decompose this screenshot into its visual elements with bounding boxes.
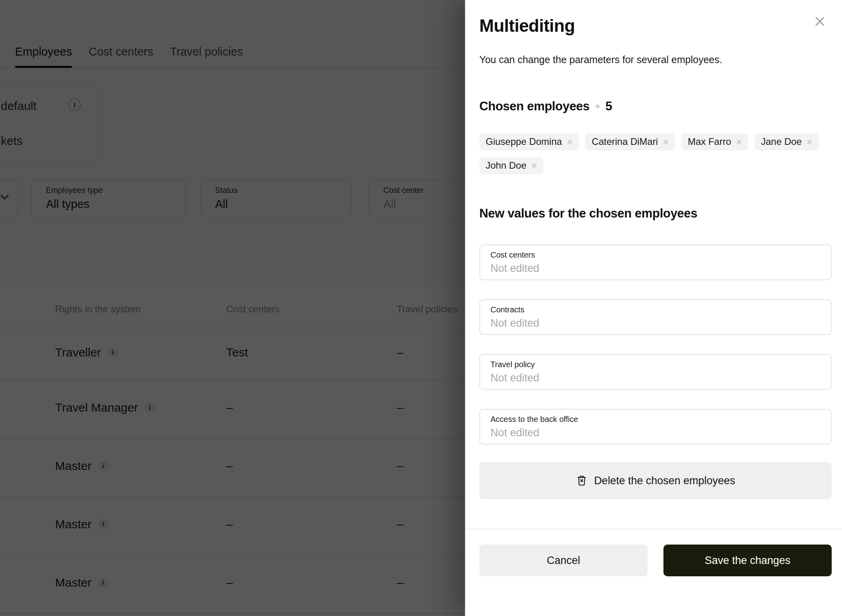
remove-chip-icon[interactable]: × [531,160,537,171]
chosen-employees-count: 5 [606,99,612,114]
multiediting-panel: Multiediting You can change the paramete… [465,0,842,616]
remove-chip-icon[interactable]: × [807,137,813,147]
employee-chip[interactable]: Giuseppe Domina× [479,133,579,150]
trash-icon [576,475,588,487]
field-label: Cost centers [490,250,535,260]
employee-chip-label: Max Farro [688,136,731,147]
chosen-employees-label: Chosen employees [479,99,590,114]
field-value: Not edited [490,372,539,384]
remove-chip-icon[interactable]: × [736,137,742,147]
travel-policy-field[interactable]: Travel policy Not edited [479,354,832,390]
field-value: Not edited [490,262,539,275]
chosen-employees-heading: Chosen employees 5 [479,99,612,114]
screen: Employees Cost centers Travel policies d… [0,0,842,616]
employee-chip-label: John Doe [486,160,527,171]
cost-centers-field[interactable]: Cost centers Not edited [479,244,832,280]
remove-chip-icon[interactable]: × [567,137,573,147]
employee-chip[interactable]: Caterina DiMari× [585,133,675,150]
save-button[interactable]: Save the changes [663,545,832,576]
employee-chip[interactable]: Max Farro× [681,133,748,150]
employee-chip[interactable]: Jane Doe× [755,133,819,150]
panel-title: Multiediting [479,16,575,36]
delete-employees-button[interactable]: Delete the chosen employees [479,462,832,499]
new-values-heading: New values for the chosen employees [479,206,697,221]
field-value: Not edited [490,427,539,439]
employee-chip-label: Giuseppe Domina [486,136,562,147]
employee-chip-label: Jane Doe [761,136,802,147]
contracts-field[interactable]: Contracts Not edited [479,299,832,335]
field-label: Contracts [490,305,525,314]
chosen-employees-chips: Giuseppe Domina× Caterina DiMari× Max Fa… [479,133,832,174]
close-icon[interactable] [813,14,827,29]
employee-chip-label: Caterina DiMari [592,136,658,147]
dot-separator-icon [596,104,600,108]
employee-chip[interactable]: John Doe× [479,157,544,174]
cancel-button[interactable]: Cancel [479,545,648,576]
field-value: Not edited [490,317,539,329]
field-label: Access to the back office [490,415,578,424]
footer-divider [465,529,842,529]
back-office-access-field[interactable]: Access to the back office Not edited [479,409,832,445]
panel-subtitle: You can change the parameters for severa… [479,52,829,67]
field-label: Travel policy [490,360,535,369]
delete-employees-label: Delete the chosen employees [594,475,735,487]
remove-chip-icon[interactable]: × [663,137,669,147]
